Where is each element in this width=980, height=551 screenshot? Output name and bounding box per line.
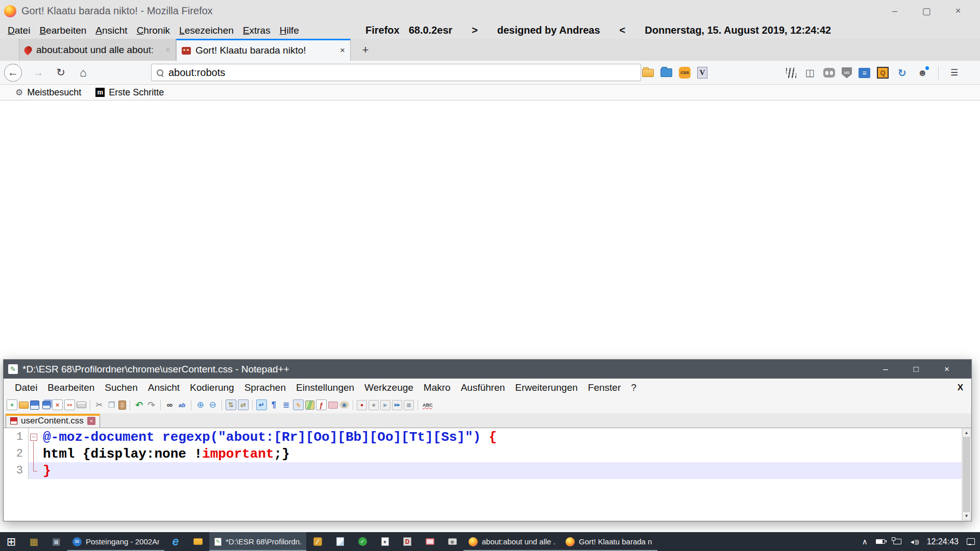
npp-menu-werkzeuge[interactable]: Werkzeuge [359, 382, 419, 393]
fold-collapse-icon[interactable]: − [30, 434, 37, 441]
function-list-icon[interactable]: ƒ [316, 399, 327, 410]
task-thunderbird[interactable]: ✉Posteingang - 2002An... [67, 532, 164, 551]
close-all-docs-icon[interactable]: ×× [64, 399, 75, 410]
menu-chronik[interactable]: Chronik [132, 25, 175, 36]
task-notepadpp[interactable]: ✎*D:\ESR 68\Profilordn... [209, 532, 306, 551]
npp-menu-einstellungen[interactable]: Einstellungen [291, 382, 359, 393]
minimize-button[interactable]: – [870, 364, 901, 374]
menu-lesezeichen[interactable]: Lesezeichen [175, 25, 238, 36]
code-editor[interactable]: 1 − @-moz-document regexp("about:[Rr][Oo… [4, 429, 971, 520]
macro-run-multiple-icon[interactable]: ▶▶ [392, 400, 402, 410]
new-file-icon[interactable]: + [7, 399, 17, 410]
find-icon[interactable]: ∞ [164, 399, 175, 410]
sync-vertical-icon[interactable]: ⇅ [226, 399, 236, 410]
sync-horizontal-icon[interactable]: ⇄ [238, 399, 249, 410]
dictionary-icon[interactable]: D [396, 532, 419, 551]
word-wrap-icon[interactable]: ↵ [256, 399, 267, 410]
doc-map-icon[interactable] [305, 400, 314, 410]
spell-check-icon[interactable]: ABC [422, 399, 434, 410]
maximize-button[interactable]: ▢ [911, 6, 942, 17]
cards-icon[interactable]: ♠ [374, 532, 396, 551]
tab-list-addon-icon[interactable]: ≡ [859, 68, 870, 78]
open-folder-icon[interactable] [642, 69, 654, 77]
quicklaunch-grid-icon[interactable]: ▦ [22, 532, 45, 551]
tab-close-icon[interactable]: × [340, 45, 345, 56]
copy-icon[interactable]: ❐ [106, 399, 117, 410]
paste-icon[interactable]: ▯ [118, 400, 126, 410]
scrollbar-thumb[interactable] [963, 437, 970, 512]
npp-menu-erweiterungen[interactable]: Erweiterungen [510, 382, 583, 393]
folder-workspace-icon[interactable] [328, 402, 338, 409]
css-addon-icon[interactable]: CSS [679, 67, 691, 79]
camera-icon[interactable]: ◉ [441, 532, 463, 551]
close-document-x[interactable]: X [958, 383, 963, 393]
menu-datei[interactable]: Datei [3, 25, 35, 36]
task-firefox-gort[interactable]: Gort! Klaatu barada ni... [560, 532, 657, 551]
back-button[interactable]: ← [4, 64, 22, 82]
menu-icon[interactable]: ☰ [947, 66, 961, 80]
scroll-up-icon[interactable]: ▲ [962, 429, 971, 437]
fold-margin[interactable]: − [29, 429, 40, 445]
quicklaunch-photo-icon[interactable]: ▣ [45, 532, 67, 551]
replace-icon[interactable]: ab [177, 399, 187, 410]
doc-tab-close-icon[interactable]: × [87, 417, 95, 425]
sync-addon-icon[interactable]: ↻ [895, 66, 909, 80]
explorer-icon[interactable] [187, 532, 209, 551]
scroll-down-icon[interactable]: ▼ [962, 512, 971, 520]
macro-record-icon[interactable]: ● [357, 400, 367, 410]
redo-icon[interactable]: ↷ [146, 399, 157, 410]
menu-bearbeiten[interactable]: Bearbeiten [35, 25, 91, 36]
edge-icon[interactable]: e [164, 532, 187, 551]
ublock-origin-icon[interactable]: UO [842, 67, 852, 79]
macro-stop-icon[interactable]: ■ [369, 400, 379, 410]
zoom-in-icon[interactable]: ⊕ [195, 399, 206, 410]
tab-about-about[interactable]: about:about und alle about: × [19, 39, 176, 61]
maximize-button[interactable]: □ [901, 364, 932, 374]
minimize-button[interactable]: – [879, 6, 911, 16]
url-bar[interactable] [151, 64, 641, 81]
close-button[interactable]: × [942, 6, 974, 16]
volume-icon[interactable]: ◄))) [910, 539, 919, 545]
show-all-chars-icon[interactable]: ¶ [268, 399, 279, 410]
tab-gort-active[interactable]: Gort! Klaatu barada nikto! × [176, 39, 351, 61]
action-center-icon[interactable] [967, 538, 975, 545]
npp-menu-fenster[interactable]: Fenster [583, 382, 626, 393]
keepass-icon[interactable]: ∕ [306, 532, 329, 551]
task-firefox-aboutabout[interactable]: about:about und alle ... [463, 532, 560, 551]
account-icon[interactable]: ☻ [916, 66, 929, 80]
doc-monitor-icon[interactable]: ◉ [339, 401, 349, 409]
macro-save-icon[interactable]: ▦ [404, 400, 414, 410]
macro-play-icon[interactable]: ▶ [380, 400, 390, 410]
doc-tab-usercontent[interactable]: userContent.css × [6, 414, 100, 428]
forward-button[interactable]: → [30, 66, 47, 79]
user-lang-icon[interactable]: ϟ [293, 399, 304, 410]
npp-menu-datei[interactable]: Datei [10, 382, 42, 393]
menu-hilfe[interactable]: Hilfe [275, 25, 304, 36]
blue-folder-icon[interactable] [660, 68, 672, 77]
library-icon[interactable] [786, 68, 796, 78]
menu-extras[interactable]: Extras [238, 25, 275, 36]
zoom-out-icon[interactable]: ⊖ [207, 399, 218, 410]
url-input[interactable] [168, 67, 635, 79]
bookmark-meistbesucht[interactable]: ⚙ Meistbesucht [15, 87, 81, 98]
new-tab-button[interactable]: + [357, 42, 374, 58]
remote-monitor-icon[interactable] [419, 532, 441, 551]
npp-menu-suchen[interactable]: Suchen [100, 382, 142, 393]
notes-icon[interactable] [329, 532, 351, 551]
undo-icon[interactable]: ↶ [134, 399, 144, 410]
tray-expand-icon[interactable]: ∧ [862, 537, 868, 546]
reload-button[interactable]: ↻ [52, 66, 69, 79]
npp-menu-kodierung[interactable]: Kodierung [185, 382, 239, 393]
print-icon[interactable] [77, 402, 86, 408]
menu-ansicht[interactable]: Ansicht [91, 25, 132, 36]
network-icon[interactable] [893, 539, 901, 544]
npp-menu-ausfuehren[interactable]: Ausführen [456, 382, 510, 393]
battery-icon[interactable] [876, 539, 885, 544]
npp-menu-bearbeiten[interactable]: Bearbeiten [42, 382, 100, 393]
start-button[interactable]: ⊞ [0, 532, 22, 551]
home-button[interactable]: ⌂ [75, 66, 92, 80]
cut-icon[interactable]: ✂ [94, 399, 105, 410]
npp-menu-ansicht[interactable]: Ansicht [143, 382, 185, 393]
open-file-icon[interactable] [19, 402, 29, 409]
sidebars-icon[interactable]: ◫ [803, 66, 817, 80]
